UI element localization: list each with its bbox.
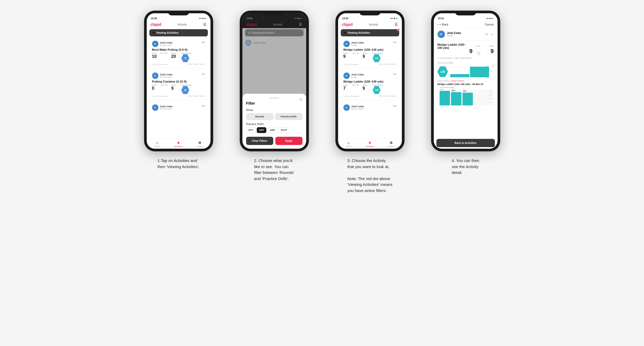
nav-home-3[interactable]: ⌂ Home — [338, 140, 359, 148]
phone-screen-2: 13:21 ▪▪▪ ⌾ ▪▪ clippd Activity ☰ ⊞ Vie — [242, 13, 306, 149]
detail-user-date: Today — [447, 35, 461, 37]
status-time-3: 13:20 — [342, 17, 348, 20]
chart-bar-2 — [470, 67, 489, 77]
app-header-3: clippd Activity ☰ — [338, 21, 402, 28]
battery-icon: ▪▪ — [204, 17, 206, 20]
filter-show-buttons: Rounds Practice Drills — [246, 113, 302, 120]
phone-shell-2: 13:21 ▪▪▪ ⌾ ▪▪ clippd Activity ☰ ⊞ Vie — [240, 11, 309, 151]
practice-filter-btn[interactable]: Practice Drills — [275, 113, 302, 120]
more-dots-1-1[interactable]: ••• — [202, 41, 205, 44]
activity-card-1-1[interactable]: JC Josh Coles 28 Feb 2023 ••• Must Make … — [149, 39, 208, 68]
more-dots-1-3[interactable]: ••• — [202, 104, 205, 108]
phone-notch-3 — [359, 11, 381, 15]
user-name-3-2: Josh Coles — [351, 73, 364, 76]
capture-icon-3: ⊕ — [390, 140, 393, 145]
viewing-bar-text-3: Viewing Activities — [348, 31, 370, 34]
avatar-1-3: JC — [152, 104, 158, 111]
filter-practice-label: Practice Drills — [246, 123, 302, 126]
phone-shell-1: 13:20 ▪▪▪ ⌾ ▪▪ clippd Activity ☰ ⊞ Vie — [144, 11, 213, 151]
phone-notch-4 — [455, 11, 476, 15]
filter-modal: ✕ Filter Show Rounds Practice Drills Pra… — [242, 94, 306, 149]
user-info-1-2: JC Josh Coles 28 Feb 2023 — [152, 72, 173, 79]
more-dots-3-1[interactable]: ••• — [393, 41, 397, 44]
status-time-4: 13:21 — [438, 17, 444, 20]
score-label-4: Score — [475, 45, 480, 47]
detail-drill-name: Wedge Ladder (100–140 yds) — [437, 43, 469, 55]
user-date-1-1: 28 Feb 2023 — [160, 44, 173, 46]
nav-activities-1[interactable]: ♣ Activities — [168, 140, 189, 148]
back-label: < Back — [439, 23, 448, 26]
shots-1-1: 20 — [171, 54, 176, 59]
card-header-3-1: JC Josh Coles Today ••• — [343, 41, 397, 47]
activity-title-3-1: Wedge Ladder (100–140 yds) — [343, 48, 397, 51]
apply-filter-btn[interactable]: Apply — [275, 137, 302, 145]
user-info-3-3: JC Josh Coles 28 Feb 2023 — [343, 104, 364, 111]
header-title-1: Activity — [178, 23, 187, 26]
bottom-nav-1: ⌂ Home ♣ Activities ⊕ Capture — [147, 139, 211, 149]
activity-card-1-2[interactable]: JC Josh Coles 28 Feb 2023 ••• Putting Co… — [149, 70, 208, 100]
nav-capture-label-1: Capture — [196, 145, 203, 148]
more-dots-3-2[interactable]: ••• — [393, 72, 397, 76]
nav-activities-label-1: Activities — [174, 145, 183, 148]
viewing-bar-3[interactable]: ⊞ Viewing Activities — [341, 29, 399, 36]
practice-session-label: Player Activity · Practice Session — [437, 80, 494, 82]
wifi-icon: ⌾ — [202, 17, 204, 20]
shots-3-2: 9 — [363, 86, 365, 91]
clear-filters-btn[interactable]: Clear Filters — [246, 137, 273, 145]
app-header-1: clippd Activity ☰ — [147, 21, 211, 28]
description-3: 3. Choose the Activitythat you want to l… — [347, 158, 393, 194]
session-chart: 132 129 124 140 120 — [437, 89, 494, 105]
phone-screen-4: 13:21 ▪▪▪ ⌾ ▪▪ ‹ < Back Cancel — [434, 13, 498, 149]
filter-actions: Clear Filters Apply — [246, 137, 302, 145]
signal-icon: ▪▪▪ — [199, 17, 202, 20]
status-icons-1: ▪▪▪ ⌾ ▪▪ — [199, 17, 206, 20]
detail-avatar: JC — [437, 31, 445, 38]
back-button[interactable]: ‹ < Back — [437, 23, 449, 26]
filter-close-icon[interactable]: ✕ — [299, 97, 302, 102]
activity-card-3-2[interactable]: JC Josh Coles Today ••• Wedge Ladder (10… — [341, 70, 399, 100]
drill-app[interactable]: APP — [257, 127, 267, 133]
drill-arg[interactable]: ARG — [267, 127, 277, 133]
description-2: 2. Choose what you'dlike to see. You can… — [254, 158, 294, 182]
filter-handle — [270, 97, 279, 99]
viewing-bar-1[interactable]: ⊞ Viewing Activities — [149, 29, 208, 36]
more-dots-1-2[interactable]: ••• — [202, 72, 205, 76]
user-info-1-1: JC Josh Coles 28 Feb 2023 — [152, 41, 173, 47]
expand-icon[interactable]: ⤢ — [491, 32, 494, 36]
activity-title-3-2: Wedge Ladder (100–140 yds) — [343, 80, 397, 83]
status-icons-4: ▪▪▪ ⌾ ▪▪ — [486, 17, 493, 20]
avg-shot-section: Avg Shot Quality 130 130 — [437, 62, 494, 78]
nav-capture-1[interactable]: ⊕ Capture — [189, 140, 211, 148]
activities-icon-1: ♣ — [177, 140, 180, 145]
activity-card-3-3[interactable]: JC Josh Coles 28 Feb 2023 ••• — [341, 102, 399, 114]
drill-ott[interactable]: OTT — [246, 127, 256, 133]
menu-icon-3[interactable]: ☰ — [394, 22, 398, 27]
user-name-3-3: Josh Coles — [351, 105, 364, 108]
user-date-3-1: Today — [351, 44, 364, 46]
chevron-left-icon: ‹ — [437, 23, 439, 26]
shots-3-1: 9 — [363, 54, 365, 59]
header-title-3: Activity — [369, 23, 378, 26]
shots-label-4: Shots — [489, 45, 494, 47]
back-activities-btn[interactable]: Back to Activities — [436, 139, 495, 147]
menu-icon-1[interactable]: ☰ — [203, 22, 207, 27]
nav-home-1[interactable]: ⌂ Home — [147, 140, 168, 148]
user-date-1-3: 28 Feb 2023 — [160, 108, 173, 110]
user-info-3-2: JC Josh Coles Today — [343, 72, 364, 79]
filter-drill-buttons: OTT APP ARG PUTT — [246, 127, 302, 133]
stats-row-3-1: Score 9 OUT OF Shots 9 Shot Quality 130 — [343, 52, 397, 62]
viewing-bar-text-1: Viewing Activities — [156, 31, 179, 34]
activity-card-3-1[interactable]: JC Josh Coles Today ••• Wedge Ladder (10… — [341, 39, 399, 68]
more-dots-3-3[interactable]: ••• — [393, 104, 397, 108]
nav-capture-3[interactable]: ⊕ Capture — [381, 140, 402, 148]
avg-content: 130 130 APP — [437, 65, 494, 78]
session-bar-3: 124 — [462, 93, 473, 105]
rounds-filter-btn[interactable]: Rounds — [246, 113, 273, 120]
edit-icon[interactable]: ✏ — [485, 32, 489, 36]
nav-activities-3[interactable]: ♣ Activities — [359, 140, 381, 148]
nav-home-label-1: Home — [154, 145, 160, 148]
drill-putt[interactable]: PUTT — [279, 127, 290, 133]
cancel-button[interactable]: Cancel — [485, 23, 494, 26]
shots-1-2: 9 — [171, 86, 174, 91]
activity-card-1-3[interactable]: JC Josh Coles 28 Feb 2023 ••• — [149, 102, 208, 114]
